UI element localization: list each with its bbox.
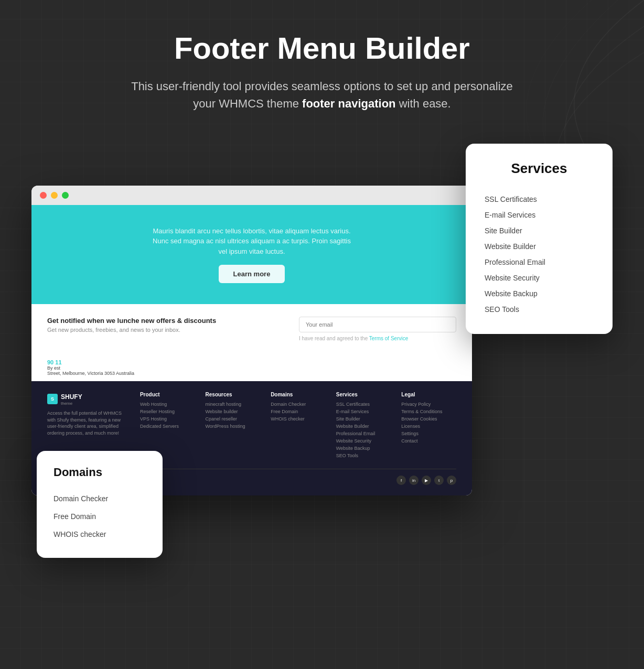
- browser-hero-text: Mauris blandit arcu nec tellus lobortis,…: [152, 226, 351, 257]
- address-full: Street, Melbourne, Victoria 3053 Austral…: [47, 371, 134, 376]
- list-item[interactable]: Website Builder: [336, 424, 391, 429]
- list-item[interactable]: SEO Tools: [336, 453, 391, 458]
- footer-logo-icon: S: [47, 394, 58, 404]
- footer-col-resources-list: minecraft hosting Website builder Cpanel…: [206, 402, 261, 429]
- list-item[interactable]: SSL Certificates: [336, 402, 391, 407]
- youtube-icon[interactable]: ▶: [422, 476, 431, 485]
- list-item[interactable]: Privacy Policy: [401, 402, 456, 407]
- list-item[interactable]: WordPress hosting: [206, 424, 261, 429]
- list-item[interactable]: Free Domain: [271, 409, 326, 414]
- footer-col-product: Product Web Hosting Reseller Hosting VPS…: [140, 392, 195, 460]
- domains-card-list: Domain Checker Free Domain WHOIS checker: [53, 490, 146, 543]
- facebook-icon[interactable]: f: [396, 476, 406, 485]
- address-street: By est: [47, 365, 60, 371]
- services-seo-tools[interactable]: SEO Tools: [485, 301, 594, 317]
- browser-address: 90 11 By est Street, Melbourne, Victoria…: [31, 354, 472, 381]
- services-site-builder[interactable]: Site Builder: [485, 223, 594, 239]
- services-professional-email[interactable]: Professional Email: [485, 254, 594, 270]
- footer-col-domains-heading: Domains: [271, 392, 326, 397]
- list-item[interactable]: Web Hosting: [140, 402, 195, 407]
- learn-more-button[interactable]: Learn more: [219, 265, 285, 283]
- footer-col-product-list: Web Hosting Reseller Hosting VPS Hosting…: [140, 402, 195, 429]
- list-item[interactable]: VPS Hosting: [140, 416, 195, 422]
- footer-col-services-heading: Services: [336, 392, 391, 397]
- list-item[interactable]: Cpanel reseller: [206, 416, 261, 422]
- list-item[interactable]: minecraft hosting: [206, 402, 261, 407]
- list-item[interactable]: Professional Email: [336, 431, 391, 436]
- newsletter-terms: I have read and agreed to the Terms of S…: [299, 336, 456, 341]
- services-website-backup[interactable]: Website Backup: [485, 286, 594, 301]
- services-ssl-certificates[interactable]: SSL Certificates: [485, 191, 594, 207]
- domains-domain-checker[interactable]: Domain Checker: [53, 490, 146, 508]
- newsletter-subtext: Get new products, freebies, and news to …: [47, 327, 216, 333]
- list-item[interactable]: Terms & Conditions: [401, 409, 456, 414]
- browser-dot-green: [62, 192, 69, 199]
- newsletter-email-input[interactable]: [299, 317, 456, 332]
- footer-col-product-heading: Product: [140, 392, 195, 397]
- browser-dot-red: [40, 192, 47, 199]
- list-item[interactable]: Site Builder: [336, 416, 391, 422]
- newsletter-left: Get notified when we lunche new offers &…: [47, 317, 216, 333]
- domains-whois-checker[interactable]: WHOIS checker: [53, 525, 146, 543]
- footer-brand: S SHUFY theme Access the full potential …: [47, 392, 130, 460]
- domains-free-domain[interactable]: Free Domain: [53, 508, 146, 525]
- services-website-security[interactable]: Website Security: [485, 270, 594, 286]
- list-item[interactable]: Reseller Hosting: [140, 409, 195, 414]
- list-item[interactable]: Website Backup: [336, 446, 391, 451]
- browser-newsletter: Get notified when we lunche new offers &…: [31, 304, 472, 354]
- page-title: Footer Menu Builder: [52, 31, 592, 65]
- list-item[interactable]: Licenses: [401, 424, 456, 429]
- footer-col-resources-heading: Resources: [206, 392, 261, 397]
- domains-card: Domains Domain Checker Free Domain WHOIS…: [37, 451, 163, 558]
- services-card: Services SSL Certificates E-mail Service…: [466, 144, 613, 334]
- footer-col-services: Services SSL Certificates E-mail Service…: [336, 392, 391, 460]
- footer-col-resources: Resources minecraft hosting Website buil…: [206, 392, 261, 460]
- footer-logo-text: SHUFY theme: [61, 392, 82, 406]
- newsletter-right: I have read and agreed to the Terms of S…: [299, 317, 456, 341]
- address-number: 90 11: [47, 359, 62, 365]
- list-item[interactable]: Website builder: [206, 409, 261, 414]
- hero-subtitle-end: with ease.: [396, 97, 451, 110]
- browser-mockup: Mauris blandit arcu nec tellus lobortis,…: [31, 186, 472, 496]
- services-card-list: SSL Certificates E-mail Services Site Bu…: [485, 191, 594, 317]
- services-website-builder[interactable]: Website Builder: [485, 239, 594, 254]
- domains-card-title: Domains: [53, 466, 146, 479]
- hero-subtitle-bold: footer navigation: [302, 97, 395, 110]
- browser-titlebar: [31, 186, 472, 205]
- list-item[interactable]: Domain Checker: [271, 402, 326, 407]
- services-card-title: Services: [485, 160, 594, 177]
- mockup-area: Mauris blandit arcu nec tellus lobortis,…: [31, 144, 613, 574]
- instagram-icon[interactable]: in: [409, 476, 418, 485]
- list-item[interactable]: Dedicated Servers: [140, 424, 195, 429]
- browser-hero-banner: Mauris blandit arcu nec tellus lobortis,…: [31, 205, 472, 305]
- browser-footer-top: S SHUFY theme Access the full potential …: [47, 392, 456, 460]
- list-item[interactable]: Contact: [401, 438, 456, 444]
- footer-brand-desc: Access the full potential of WHMCS with …: [47, 410, 130, 436]
- services-email-services[interactable]: E-mail Services: [485, 207, 594, 223]
- list-item[interactable]: Website Security: [336, 438, 391, 444]
- newsletter-heading: Get notified when we lunche new offers &…: [47, 317, 216, 325]
- terms-link[interactable]: Terms of Service: [369, 336, 408, 341]
- list-item[interactable]: Settings: [401, 431, 456, 436]
- browser-dot-yellow: [51, 192, 58, 199]
- footer-social: f in ▶ t p: [396, 476, 456, 485]
- hero-subtitle: This user-friendly tool provides seamles…: [123, 78, 521, 112]
- footer-logo: S SHUFY theme: [47, 392, 130, 406]
- footer-col-legal: Legal Privacy Policy Terms & Conditions …: [401, 392, 456, 460]
- footer-col-legal-list: Privacy Policy Terms & Conditions Browse…: [401, 402, 456, 444]
- twitter-icon[interactable]: t: [434, 476, 444, 485]
- footer-col-services-list: SSL Certificates E-mail Services Site Bu…: [336, 402, 391, 458]
- footer-col-domains: Domains Domain Checker Free Domain WHOIS…: [271, 392, 326, 460]
- footer-col-legal-heading: Legal: [401, 392, 456, 397]
- list-item[interactable]: E-mail Services: [336, 409, 391, 414]
- footer-col-domains-list: Domain Checker Free Domain WHOIS checker: [271, 402, 326, 422]
- list-item[interactable]: WHOIS checker: [271, 416, 326, 422]
- list-item[interactable]: Browser Cookies: [401, 416, 456, 422]
- pinterest-icon[interactable]: p: [447, 476, 456, 485]
- hero-section: Footer Menu Builder This user-friendly t…: [0, 31, 644, 133]
